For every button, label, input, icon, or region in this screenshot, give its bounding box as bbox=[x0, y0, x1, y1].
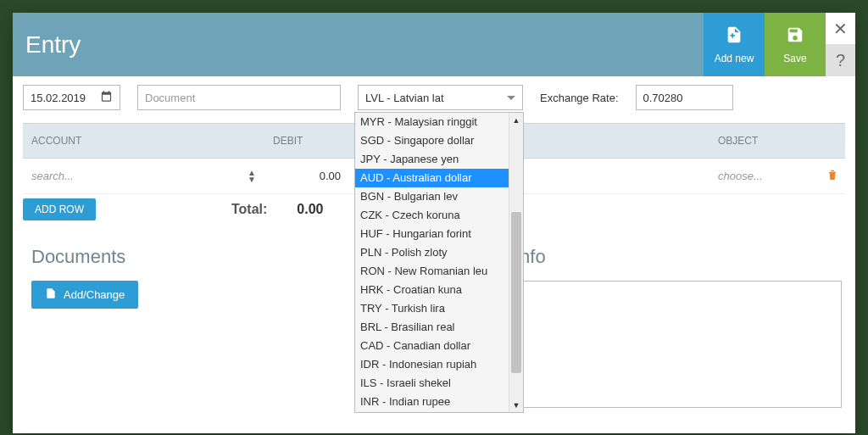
dropdown-item[interactable]: RON - New Romanian leu bbox=[355, 262, 523, 281]
chevron-down-icon bbox=[507, 96, 515, 100]
dropdown-item[interactable]: BRL - Brasilian real bbox=[355, 318, 523, 337]
document-placeholder: Document bbox=[145, 92, 195, 104]
form-row: 15.02.2019 Document LVL - Latvian lat Ex… bbox=[23, 85, 845, 110]
help-icon[interactable]: ? bbox=[826, 45, 855, 76]
dropdown-item[interactable]: HUF - Hungarian forint bbox=[355, 225, 523, 243]
dropdown-item[interactable]: MYR - Malaysian ringgit bbox=[355, 113, 523, 131]
exchange-rate-label: Exchange Rate: bbox=[540, 92, 619, 104]
dropdown-item[interactable]: ILS - Israeli shekel bbox=[355, 374, 523, 393]
document-field[interactable]: Document bbox=[137, 85, 341, 110]
dropdown-item[interactable]: SGD - Singapore dollar bbox=[355, 131, 523, 150]
dropdown-item[interactable]: PLN - Polish zloty bbox=[355, 243, 523, 262]
close-icon[interactable]: ✕ bbox=[826, 13, 855, 45]
entry-modal: Entry Add new Save ✕ ? 15.02.2019 bbox=[13, 13, 855, 433]
date-field[interactable]: 15.02.2019 bbox=[23, 85, 120, 110]
dropdown-item[interactable]: KRW - South Korean won bbox=[355, 411, 523, 412]
dropdown-item[interactable]: AUD - Australian dollar bbox=[355, 169, 523, 187]
exchange-rate-value: 0.70280 bbox=[643, 92, 683, 104]
modal-titlebar: Entry Add new Save ✕ ? bbox=[13, 13, 855, 76]
delete-icon[interactable] bbox=[820, 168, 845, 185]
dropdown-list: MYR - Malaysian ringgitSGD - Singapore d… bbox=[355, 113, 523, 412]
dropdown-item[interactable]: CAD - Canadian dollar bbox=[355, 337, 523, 355]
debit-cell[interactable]: 0.00 bbox=[269, 170, 353, 182]
col-debit: DEBIT bbox=[269, 135, 353, 147]
info-textarea[interactable] bbox=[515, 281, 842, 408]
scroll-thumb[interactable] bbox=[511, 212, 521, 373]
stepper-icon[interactable]: ▲▼ bbox=[248, 170, 256, 183]
dropdown-item[interactable]: HRK - Croatian kuna bbox=[355, 281, 523, 299]
total-label: Total: bbox=[231, 202, 267, 217]
add-change-label: Add/Change bbox=[64, 288, 125, 301]
title-corner: ✕ ? bbox=[826, 13, 855, 76]
save-label: Save bbox=[783, 53, 806, 64]
add-change-button[interactable]: Add/Change bbox=[31, 281, 138, 309]
dropdown-scrollbar[interactable]: ▲ ▼ bbox=[509, 113, 523, 412]
total-value: 0.00 bbox=[297, 202, 323, 217]
currency-selected-label: LVL - Latvian lat bbox=[365, 92, 444, 104]
currency-dropdown[interactable]: MYR - Malaysian ringgitSGD - Singapore d… bbox=[354, 112, 524, 413]
dropdown-item[interactable]: CZK - Czech koruna bbox=[355, 206, 523, 225]
date-value: 15.02.2019 bbox=[31, 92, 86, 104]
exchange-rate-field[interactable]: 0.70280 bbox=[636, 85, 733, 110]
info-pane: Info bbox=[515, 246, 845, 410]
file-plus-icon bbox=[725, 25, 743, 49]
file-icon bbox=[45, 287, 57, 302]
modal-title: Entry bbox=[25, 31, 704, 59]
dropdown-item[interactable]: INR - Indian rupee bbox=[355, 393, 523, 411]
dropdown-item[interactable]: TRY - Turkish lira bbox=[355, 299, 523, 318]
scroll-up-icon[interactable]: ▲ bbox=[509, 113, 523, 127]
dropdown-item[interactable]: IDR - Indonesian rupiah bbox=[355, 355, 523, 374]
add-new-button[interactable]: Add new bbox=[704, 13, 765, 76]
col-account: ACCOUNT bbox=[23, 135, 269, 147]
scroll-down-icon[interactable]: ▼ bbox=[509, 398, 523, 412]
add-row-button[interactable]: ADD ROW bbox=[23, 198, 96, 220]
account-placeholder: search... bbox=[31, 170, 74, 182]
modal-body: 15.02.2019 Document LVL - Latvian lat Ex… bbox=[13, 76, 855, 433]
save-button[interactable]: Save bbox=[765, 13, 826, 76]
dropdown-item[interactable]: BGN - Bulgarian lev bbox=[355, 187, 523, 206]
save-icon bbox=[786, 25, 804, 49]
dropdown-item[interactable]: JPY - Japanese yen bbox=[355, 150, 523, 169]
calendar-icon[interactable] bbox=[100, 90, 113, 105]
info-title: Info bbox=[515, 246, 842, 268]
add-new-label: Add new bbox=[715, 53, 754, 64]
currency-select[interactable]: LVL - Latvian lat bbox=[358, 85, 523, 110]
scroll-track[interactable] bbox=[509, 127, 523, 398]
account-cell[interactable]: search... ▲▼ bbox=[23, 170, 269, 183]
